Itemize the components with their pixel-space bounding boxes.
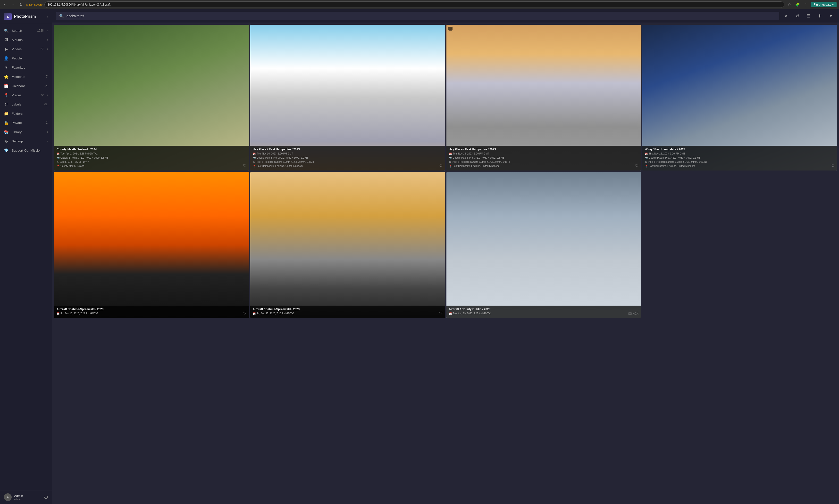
search-icon: 🔍 <box>4 28 9 33</box>
calendar-meta-icon-1: 📅 <box>56 152 59 156</box>
chevron-down-icon: › <box>47 29 48 32</box>
app-name: PhotoPrism <box>14 14 36 19</box>
view-list-button[interactable]: ☰ <box>804 12 813 20</box>
photo-info-4: Wing / East Hampshire / 2023 📅 Thu, Nov … <box>643 146 837 170</box>
pin-meta-icon-2: 📍 <box>253 165 256 168</box>
user-role: admin <box>14 498 42 501</box>
sidebar-nav: 🔍 Search 1528 › 🖼 Albums › ▶ Videos 27 ›… <box>0 24 52 490</box>
photo-info-6: Aircraft / Dahme-Spreewald / 2023 📅 Fri,… <box>250 306 445 318</box>
sidebar-item-videos[interactable]: ▶ Videos 27 › <box>0 44 52 54</box>
favorite-button-5[interactable]: ♡ <box>242 310 247 316</box>
upload-button[interactable]: ⬆ <box>815 12 824 20</box>
back-button[interactable]: ← <box>2 2 8 7</box>
favorite-button-4[interactable]: ♡ <box>831 163 835 168</box>
more-options-button[interactable]: ▾ <box>826 12 835 20</box>
chevron-down-icon-settings: › <box>47 140 48 143</box>
sidebar-item-folders[interactable]: 📁 Folders <box>0 109 52 118</box>
photo-title-4: Wing / East Hampshire / 2023 <box>645 148 835 151</box>
photo-grid: County Meath / Ireland / 2024 📅 Tue, Apr… <box>52 23 839 504</box>
photo-title-3: Hay Place / East Hampshire / 2023 <box>449 148 639 151</box>
sidebar-collapse-button[interactable]: ‹ <box>47 14 48 19</box>
photo-card-1[interactable]: County Meath / Ireland / 2024 📅 Tue, Apr… <box>54 25 249 170</box>
forward-button[interactable]: → <box>10 2 16 7</box>
albums-icon: 🖼 <box>4 37 9 42</box>
favorite-button-2[interactable]: ♡ <box>439 163 443 168</box>
labels-icon: 🏷 <box>4 102 9 107</box>
sidebar-label-favorites: Favorites <box>12 66 48 69</box>
photo-settings-1: ⚙ 23mm, f/1.8, ISO 25, 1/447 <box>56 160 246 164</box>
search-input[interactable] <box>66 14 776 18</box>
favorite-button-7[interactable]: ♡ <box>635 310 639 316</box>
calendar-meta-icon-7: 📅 <box>449 312 452 316</box>
photo-camera-1: 📷 Galaxy Z Fold5, JPEG, 4000 × 3000, 3.3… <box>56 156 246 160</box>
finish-update-button[interactable]: Finish update ▾ <box>811 2 837 7</box>
star-icon[interactable]: ☆ <box>786 1 793 8</box>
clear-search-button[interactable]: ✕ <box>782 12 790 20</box>
user-avatar: A <box>4 493 12 501</box>
favorite-button-1[interactable]: ♡ <box>242 163 247 168</box>
sidebar-label-labels: Labels <box>12 103 41 106</box>
photo-card-7[interactable]: Aircraft / County Dublin / 2023 📅 Tue, A… <box>446 172 641 318</box>
photo-card-2[interactable]: Hay Place / East Hampshire / 2023 📅 Thu,… <box>250 25 445 170</box>
sidebar-count-moments: 7 <box>46 75 48 78</box>
calendar-meta-icon-3: 📅 <box>449 152 452 156</box>
sidebar-count-labels: 62 <box>45 103 48 106</box>
photo-title-6: Aircraft / Dahme-Spreewald / 2023 <box>253 308 443 311</box>
sidebar-label-albums: Albums <box>12 38 44 42</box>
photo-info-1: County Meath / Ireland / 2024 📅 Tue, Apr… <box>54 146 249 170</box>
sidebar-item-settings[interactable]: ⚙ Settings › <box>0 137 52 146</box>
photo-card-5[interactable]: Aircraft / Dahme-Spreewald / 2023 📅 Fri,… <box>54 172 249 318</box>
photo-date-6: 📅 Fri, Sep 15, 2023, 7:16 PM GMT+2 <box>253 312 443 316</box>
photo-settings-3: ⚙ Pixel 8 Pro back camera 6.9mm f/1.68, … <box>449 160 639 164</box>
sidebar-item-people[interactable]: 👤 People <box>0 54 52 63</box>
sidebar-item-library[interactable]: 📚 Library › <box>0 127 52 137</box>
favorite-button-3[interactable]: ♡ <box>635 163 639 168</box>
photo-card-3[interactable]: ⧉ Hay Place / East Hampshire / 2023 📅 Th… <box>446 25 641 170</box>
sidebar: ▲ PhotoPrism ‹ 🔍 Search 1528 › 🖼 Albums … <box>0 9 52 504</box>
calendar-meta-icon-6: 📅 <box>253 312 256 316</box>
sidebar-item-places[interactable]: 📍 Places 72 › <box>0 90 52 100</box>
app-container: ▲ PhotoPrism ‹ 🔍 Search 1528 › 🖼 Albums … <box>0 9 839 504</box>
folders-icon: 📁 <box>4 111 9 116</box>
user-name: Admin <box>14 494 42 498</box>
sidebar-label-folders: Folders <box>12 112 48 115</box>
sidebar-label-settings: Settings <box>12 140 44 143</box>
sidebar-item-labels[interactable]: 🏷 Labels 62 <box>0 100 52 109</box>
sidebar-count-calendar: 14 <box>45 84 48 88</box>
photo-info-5: Aircraft / Dahme-Spreewald / 2023 📅 Fri,… <box>54 306 249 318</box>
calendar-icon: 📅 <box>4 84 9 88</box>
logout-button[interactable]: ⏻ <box>44 495 48 499</box>
sidebar-count-search: 1528 <box>37 29 44 32</box>
toolbar: 🔍 ✕ ↺ ☰ ⬆ ▾ <box>52 9 839 23</box>
favorite-button-6[interactable]: ♡ <box>439 310 443 316</box>
photo-card-4[interactable]: Wing / East Hampshire / 2023 📅 Thu, Nov … <box>643 25 837 170</box>
sidebar-item-search[interactable]: 🔍 Search 1528 › <box>0 26 52 35</box>
camera-meta-icon-2: 📷 <box>253 157 256 160</box>
reload-button[interactable]: ↻ <box>18 2 24 7</box>
photo-location-1: 📍 County Meath, Ireland <box>56 164 246 168</box>
photo-settings-4: ⚙ Pixel 8 Pro back camera 6.9mm f/1.68, … <box>645 160 835 164</box>
sidebar-item-albums[interactable]: 🖼 Albums › <box>0 35 52 44</box>
photo-title-1: County Meath / Ireland / 2024 <box>56 148 246 151</box>
menu-icon[interactable]: ⋮ <box>803 1 809 8</box>
url-bar[interactable]: 192.168.1.5:20800/library/all?q=label%3A… <box>45 1 784 8</box>
sidebar-item-private[interactable]: 🔒 Private 2 <box>0 118 52 127</box>
sidebar-item-favorites[interactable]: ♥ Favorites <box>0 63 52 72</box>
sidebar-item-moments[interactable]: ⭐ Moments 7 <box>0 72 52 81</box>
extension-icon[interactable]: 🧩 <box>794 1 801 8</box>
main-content: 🔍 ✕ ↺ ☰ ⬆ ▾ County Meath / Ireland / 202… <box>52 9 839 504</box>
refresh-button[interactable]: ↺ <box>793 12 802 20</box>
gear-meta-icon-1: ⚙ <box>56 161 59 164</box>
photo-card-6[interactable]: Aircraft / Dahme-Spreewald / 2023 📅 Fri,… <box>250 172 445 318</box>
photo-thumbnail-6 <box>250 172 445 318</box>
stack-icon: ⧉ <box>450 27 451 30</box>
calendar-meta-icon-5: 📅 <box>56 312 59 316</box>
chevron-down-icon-places: › <box>47 93 48 97</box>
photo-date-1: 📅 Tue, Apr 2, 2024, 5:58 PM GMT+1 <box>56 152 246 156</box>
sidebar-item-calendar[interactable]: 📅 Calendar 14 <box>0 81 52 90</box>
photo-title-2: Hay Place / East Hampshire / 2023 <box>253 148 443 151</box>
photo-camera-3: 📷 Google Pixel 8 Pro, JPEG, 4080 × 3072,… <box>449 156 639 160</box>
sidebar-item-support[interactable]: 💎 Support Our Mission <box>0 146 52 155</box>
photo-date-2: 📅 Thu, Nov 16, 2023, 3:20 PM GMT <box>253 152 443 156</box>
search-box: 🔍 <box>56 12 779 20</box>
